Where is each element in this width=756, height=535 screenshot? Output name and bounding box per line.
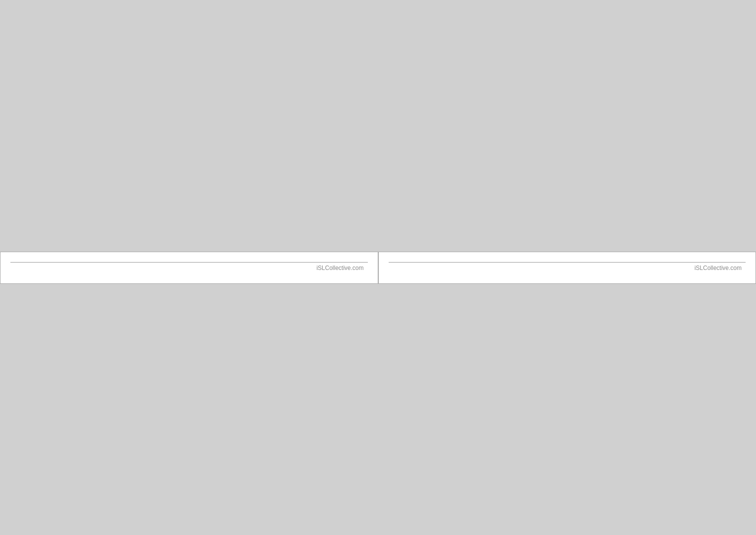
- watermark: iSLCollective.com: [10, 263, 368, 273]
- watermark-text: iSLCollective.com: [389, 263, 746, 273]
- main-page: iSLCollective.com: [0, 252, 378, 284]
- main-page: iSLCollective.com: [378, 252, 756, 284]
